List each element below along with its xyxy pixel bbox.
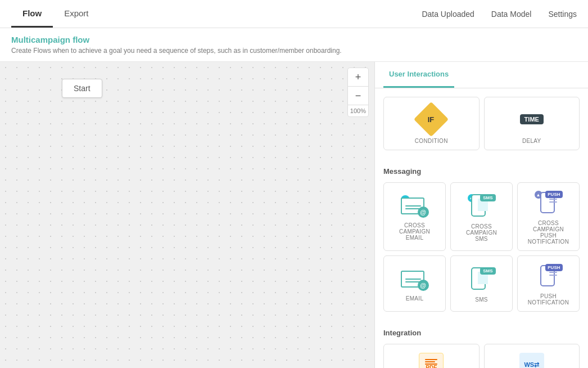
condition-if-label: IF (428, 115, 435, 124)
push-simple-line-1 (549, 272, 557, 273)
push-simple-badge: PUSH (545, 264, 562, 271)
pdf-line-2 (425, 361, 435, 362)
cross-campaign-sms-icon: ▲ SMS (468, 194, 496, 219)
nav-settings[interactable]: Settings (548, 10, 577, 19)
push-simple-line-2 (549, 275, 557, 276)
cross-campaign-email-card[interactable]: ▲ @ CROSS CAMPAIGNEMAIL (383, 182, 446, 251)
tab-export[interactable]: Export (53, 1, 99, 28)
sms-badge-icon: SMS (480, 194, 495, 201)
email-icon: @ (401, 268, 429, 291)
cross-campaign-email-icon: ▲ @ (401, 195, 429, 218)
sidebar-panel: User Interactions IF CONDITION TIME (374, 62, 588, 368)
cross-campaign-push-icon: ▲ PUSH (535, 191, 563, 216)
sms-label: SMS (475, 297, 488, 303)
integration-grid: PDF EXPORT PDF WS⇄ WEBSERVICE (383, 344, 580, 368)
messaging-grid: ▲ @ CROSS CAMPAIGNEMAIL ▲ (383, 182, 580, 312)
export-pdf-card[interactable]: PDF EXPORT PDF (383, 344, 480, 368)
cross-campaign-sms-label: CROSS CAMPAIGNSMS (455, 223, 508, 242)
nav-data-model[interactable]: Data Model (491, 10, 532, 19)
webservice-card[interactable]: WS⇄ WEBSERVICE (484, 344, 580, 368)
email-simple-at: @ (418, 280, 429, 291)
page-description: Create Flows when to achieve a goal you … (11, 47, 577, 55)
tab-flow[interactable]: Flow (11, 1, 53, 28)
tab-user-interactions[interactable]: User Interactions (383, 62, 454, 88)
subtitle-bar: Multicampaign flow Create Flows when to … (0, 28, 588, 62)
delay-time-badge: TIME (520, 114, 544, 124)
email-simple-line-1 (405, 279, 421, 280)
condition-icon-wrap: IF (417, 105, 445, 133)
push-line-1 (549, 199, 557, 200)
cross-campaign-push-label: CROSS CAMPAIGNPUSH NOTIFICATION (522, 220, 575, 245)
cross-campaign-email-label: CROSS CAMPAIGNEMAIL (388, 222, 441, 241)
push-simple-lines (549, 272, 557, 277)
email-card[interactable]: @ EMAIL (383, 255, 446, 312)
zoom-level: 100% (348, 105, 368, 116)
email-line-1 (405, 205, 421, 207)
cross-campaign-push-card[interactable]: ▲ PUSH CROSS CAMPAIGNPUSH NOTIFICATION (517, 182, 580, 251)
user-interactions-section: IF CONDITION TIME DELAY (375, 88, 588, 159)
webservice-icon: WS⇄ (519, 353, 544, 369)
condition-card[interactable]: IF CONDITION (383, 97, 480, 150)
pdf-icon-lines (425, 359, 437, 365)
sms-card[interactable]: SMS SMS (450, 255, 513, 312)
header-tabs: Flow Export (11, 1, 100, 28)
push-line-2 (549, 201, 557, 203)
start-button[interactable]: Start (62, 79, 102, 98)
integration-title: Integration (383, 329, 580, 337)
email-at-icon: @ (418, 207, 429, 218)
email-label: EMAIL (406, 295, 424, 302)
header: Flow Export Data Uploaded Data Model Set… (0, 0, 588, 28)
messaging-title: Messaging (383, 167, 580, 176)
cross-campaign-sms-card[interactable]: ▲ SMS CROSS CAMPAIGNSMS (450, 182, 513, 251)
push-notification-icon: PUSH (535, 264, 563, 289)
integration-section: Integration PDF EXPORT PDF (375, 320, 588, 368)
delay-card[interactable]: TIME DELAY (484, 97, 580, 150)
pdf-text-label: PDF (426, 365, 437, 368)
flow-canvas[interactable]: Start + − 100% (0, 62, 374, 368)
delay-icon-wrap: TIME (520, 105, 544, 133)
delay-label: DELAY (522, 138, 541, 144)
header-nav: Data Uploaded Data Model Settings (422, 10, 577, 19)
sms-icon: SMS (468, 267, 496, 292)
condition-icon: IF (414, 102, 449, 137)
sidebar-tabs: User Interactions (375, 62, 588, 88)
push-badge-icon: PUSH (545, 191, 562, 198)
page-title: Multicampaign flow (11, 35, 577, 44)
user-interactions-grid: IF CONDITION TIME DELAY (383, 97, 580, 150)
ws-text-icon: WS⇄ (524, 361, 539, 368)
condition-label: CONDITION (415, 138, 448, 144)
export-pdf-icon: PDF (419, 353, 444, 369)
zoom-out-button[interactable]: − (348, 87, 368, 105)
nav-data-uploaded[interactable]: Data Uploaded (422, 10, 474, 19)
push-notification-card[interactable]: PUSH PUSH NOTIFICATION (517, 255, 580, 312)
main-layout: Start + − 100% User Interactions IF (0, 62, 588, 368)
pdf-line-1 (425, 359, 437, 360)
messaging-section: Messaging ▲ @ CROSS CAMPAIGNE (375, 159, 588, 320)
zoom-controls: + − 100% (347, 68, 369, 117)
zoom-in-button[interactable]: + (348, 68, 368, 86)
sms-simple-badge: SMS (480, 267, 495, 275)
push-notification-label: PUSH NOTIFICATION (522, 293, 575, 306)
push-screen-lines (549, 199, 557, 204)
